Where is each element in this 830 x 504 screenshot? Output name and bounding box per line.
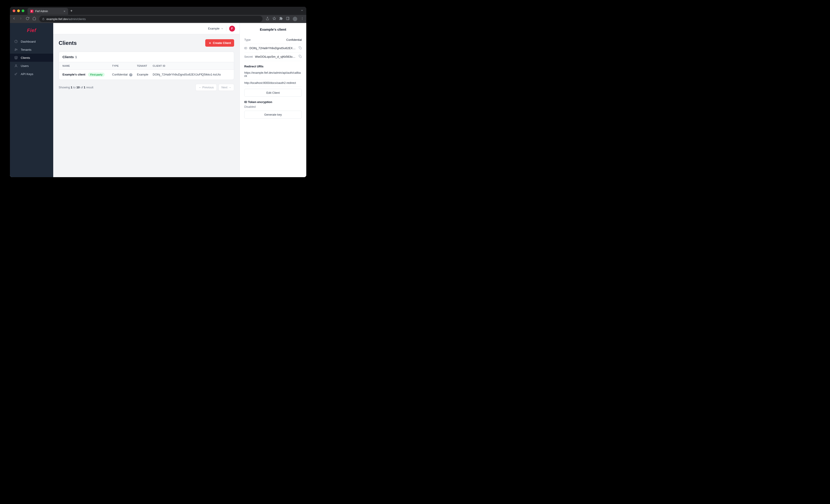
table-row[interactable]: Example's client First-party Confidentia… <box>59 70 234 79</box>
layers-icon <box>14 56 18 60</box>
url-host: example.fief.dev <box>46 18 68 21</box>
sidebar-item-label: Users <box>21 64 29 68</box>
nav-forward-icon <box>19 17 23 21</box>
detail-panel: Example's client Type Confidential ID DO… <box>240 23 306 177</box>
sidebar-item-label: Clients <box>21 56 30 60</box>
svg-rect-17 <box>300 47 301 49</box>
svg-rect-0 <box>43 19 44 20</box>
sidebar-item-clients[interactable]: Clients <box>10 54 53 62</box>
copy-id-icon[interactable] <box>299 46 302 50</box>
detail-id-label: ID <box>244 46 247 50</box>
sidebar-item-label: Dashboard <box>21 40 36 43</box>
sidebar-item-label: Tenants <box>21 48 31 52</box>
edit-client-button[interactable]: Edit Client <box>244 89 302 97</box>
nav-reload-icon[interactable] <box>26 17 29 21</box>
token-encryption-status: Disabled <box>244 105 302 108</box>
pager-next-button[interactable]: Next → <box>219 84 234 91</box>
key-icon <box>14 72 18 76</box>
brand-logo: Fief <box>10 26 53 37</box>
user-avatar[interactable]: F <box>229 26 235 32</box>
topbar: Example F <box>53 23 240 34</box>
extensions-icon[interactable] <box>279 17 283 21</box>
svg-rect-18 <box>300 56 301 58</box>
sidebar-item-users[interactable]: Users <box>10 62 53 70</box>
row-name: Example's client <box>62 73 85 76</box>
detail-type-value: Confidential <box>286 38 302 41</box>
svg-point-7 <box>302 20 302 20</box>
lock-icon <box>42 18 45 20</box>
tab-close-icon[interactable]: × <box>64 9 65 13</box>
window-min-dot[interactable] <box>17 9 20 12</box>
generate-key-button[interactable]: Generate key <box>244 111 302 119</box>
detail-type-label: Type <box>244 38 251 41</box>
gauge-icon <box>14 39 18 43</box>
detail-secret-value: WwOOiLopc5m_d_sjKk563oZDnbJD... <box>255 55 296 58</box>
plus-icon <box>209 41 212 45</box>
svg-marker-12 <box>14 56 18 58</box>
svg-point-9 <box>15 48 16 49</box>
row-type: Confidential <box>112 73 128 76</box>
tenant-selector[interactable]: Example <box>208 27 224 30</box>
profile-avatar[interactable] <box>293 17 297 21</box>
svg-point-14 <box>15 74 16 75</box>
row-client-id: DOlhj_72Ha9rYh9uDgndSu62EXJuFfQ5Ikkx1-ks… <box>153 73 230 76</box>
sidebar-item-label: API Keys <box>21 72 33 76</box>
user-icon <box>14 64 18 68</box>
sidebar-item-dashboard[interactable]: Dashboard <box>10 37 53 45</box>
card-title: Clients <box>62 55 74 59</box>
nav-back-icon[interactable] <box>12 17 16 21</box>
create-client-button[interactable]: Create Client <box>205 39 234 47</box>
table-header: NAME TYPE TENANT CLIENT ID <box>59 62 234 70</box>
url-input[interactable]: example.fief.dev/admin/clients <box>39 16 262 22</box>
svg-point-11 <box>15 50 16 51</box>
sidebar-item-tenants[interactable]: Tenants <box>10 45 53 54</box>
svg-rect-3 <box>286 17 289 20</box>
tenant-name: Example <box>208 27 219 30</box>
pager-status: Showing 1 to 10 of 1 result <box>59 86 93 89</box>
detail-id-value: DOlhj_72Ha9rYh9uDgndSu62EXJuFfQ5I... <box>250 46 296 50</box>
share-icon[interactable] <box>266 17 269 21</box>
first-party-badge: First-party <box>88 73 105 77</box>
window-max-dot[interactable] <box>22 9 24 12</box>
redirect-uri: https://example.fief.dev/admin/api/auth/… <box>244 69 302 79</box>
building-icon <box>14 47 18 52</box>
page-title: Clients <box>59 40 77 46</box>
panel-icon[interactable] <box>286 17 290 21</box>
svg-point-10 <box>16 49 17 50</box>
help-icon[interactable]: ? <box>129 73 132 76</box>
token-encryption-label: ID Token encryption <box>244 100 302 104</box>
tabs-chevron-icon[interactable] <box>300 9 304 13</box>
redirect-uri: http://localhost:8000/docs/oauth2-redire… <box>244 79 302 87</box>
detail-secret-label: Secret <box>244 55 253 58</box>
svg-point-5 <box>302 17 302 18</box>
redirect-uris-label: Redirect URIs <box>244 65 302 68</box>
browser-titlebar: F Fief Admin × + <box>10 7 306 15</box>
new-tab-button[interactable]: + <box>70 9 72 13</box>
tab-title: Fief Admin <box>35 10 48 13</box>
pager-prev-button[interactable]: ← Previous <box>196 84 217 91</box>
svg-point-13 <box>15 65 17 66</box>
copy-secret-icon[interactable] <box>299 55 302 59</box>
sidebar: Fief Dashboard Tenants Clients Users API… <box>10 23 53 177</box>
star-icon[interactable] <box>273 17 276 21</box>
favicon-icon: F <box>30 10 33 13</box>
nav-home-icon[interactable] <box>32 17 36 21</box>
browser-tab[interactable]: F Fief Admin × <box>28 8 68 15</box>
clients-table-card: Clients 1 NAME TYPE TENANT CLIENT ID Exa… <box>59 52 234 80</box>
row-tenant: Example <box>137 73 153 76</box>
svg-marker-2 <box>273 17 276 20</box>
chevron-down-icon <box>221 27 224 30</box>
card-count: 1 <box>75 55 77 59</box>
url-path: /admin/clients <box>68 18 86 21</box>
window-close-dot[interactable] <box>12 9 15 12</box>
sidebar-item-apikeys[interactable]: API Keys <box>10 70 53 78</box>
kebab-menu-icon[interactable] <box>300 17 304 21</box>
detail-title: Example's client <box>244 28 302 31</box>
svg-point-6 <box>302 18 302 19</box>
